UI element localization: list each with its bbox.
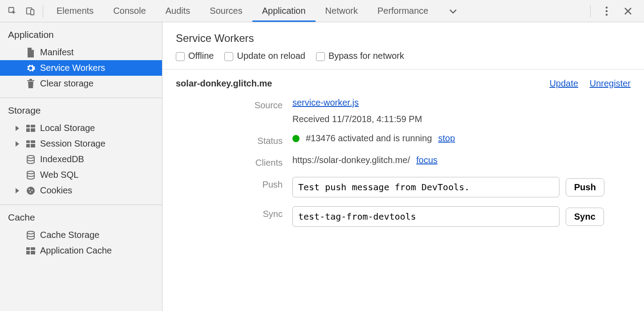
tab-elements[interactable]: Elements	[47, 0, 103, 22]
svg-point-16	[27, 187, 35, 195]
svg-rect-8	[26, 128, 30, 132]
svg-rect-22	[31, 247, 35, 250]
push-input[interactable]	[292, 177, 559, 197]
chevron-right-icon[interactable]	[15, 126, 21, 131]
sidebar-group-storage: Storage	[0, 98, 162, 120]
panel-tabs: Elements Console Audits Sources Applicat…	[47, 0, 587, 22]
service-workers-panel: Service Workers Offline Update on reload…	[162, 22, 644, 311]
sidebar-item-label: Cache Storage	[40, 230, 99, 240]
sidebar-item-service-workers[interactable]: Service Workers	[0, 60, 162, 76]
sidebar-item-clear-storage[interactable]: Clear storage	[0, 76, 162, 91]
sync-input[interactable]	[292, 206, 559, 227]
svg-rect-10	[26, 140, 30, 143]
chevron-right-icon[interactable]	[15, 141, 21, 147]
database-icon	[26, 231, 36, 240]
grid-icon	[26, 125, 36, 132]
sidebar-item-app-cache[interactable]: Application Cache	[0, 243, 162, 258]
gear-icon	[26, 63, 36, 73]
svg-point-18	[32, 189, 33, 191]
sidebar-item-label: Session Storage	[40, 139, 105, 149]
sidebar-item-label: Application Cache	[40, 246, 112, 256]
svg-rect-13	[31, 144, 35, 147]
svg-rect-23	[26, 251, 30, 254]
svg-rect-24	[31, 251, 35, 254]
update-link[interactable]: Update	[550, 78, 579, 88]
sw-client-url: https://solar-donkey.glitch.me/	[292, 155, 410, 165]
sync-button[interactable]: Sync	[566, 208, 604, 226]
focus-link[interactable]: focus	[416, 155, 437, 165]
svg-rect-6	[26, 125, 30, 127]
inspect-icon[interactable]	[4, 2, 21, 20]
sidebar-item-label: Web SQL	[40, 170, 78, 180]
svg-rect-2	[31, 9, 34, 15]
svg-point-4	[606, 10, 608, 12]
unregister-link[interactable]: Unregister	[590, 78, 631, 88]
grid-icon	[26, 247, 36, 254]
status-dot-icon	[292, 135, 300, 142]
source-label: Source	[176, 98, 283, 110]
trash-icon	[26, 79, 36, 89]
database-icon	[26, 171, 36, 180]
svg-rect-11	[31, 140, 35, 143]
kebab-menu-icon[interactable]	[598, 2, 616, 20]
status-label: Status	[176, 133, 283, 146]
sidebar-item-label: Service Workers	[40, 63, 105, 73]
sw-source-link[interactable]: service-worker.js	[292, 98, 359, 108]
database-icon	[26, 155, 36, 164]
svg-point-3	[606, 6, 608, 8]
separator	[590, 5, 591, 17]
separator	[43, 5, 43, 17]
offline-checkbox[interactable]: Offline	[176, 51, 214, 61]
sidebar-item-indexeddb[interactable]: IndexedDB	[0, 151, 162, 167]
application-sidebar: Application Manifest Service Workers Cle…	[0, 22, 162, 311]
devtools-tabbar: Elements Console Audits Sources Applicat…	[0, 0, 644, 22]
tab-audits[interactable]: Audits	[156, 0, 200, 22]
sidebar-item-session-storage[interactable]: Session Storage	[0, 136, 162, 151]
sw-received: Received 11/7/2018, 4:11:59 PM	[292, 114, 631, 124]
sidebar-item-label: Clear storage	[40, 78, 93, 89]
close-icon[interactable]	[619, 2, 637, 20]
tab-performance[interactable]: Performance	[368, 0, 438, 22]
svg-point-19	[30, 191, 31, 192]
svg-rect-9	[31, 128, 35, 132]
tab-sources[interactable]: Sources	[200, 0, 252, 22]
sidebar-item-cookies[interactable]: Cookies	[0, 183, 162, 198]
grid-icon	[26, 140, 36, 147]
file-icon	[26, 48, 36, 57]
svg-point-20	[27, 231, 34, 234]
tab-console[interactable]: Console	[103, 0, 155, 22]
tab-application[interactable]: Application	[252, 0, 316, 22]
clients-label: Clients	[176, 155, 283, 168]
sidebar-item-label: Manifest	[40, 47, 74, 57]
sidebar-group-application: Application	[0, 22, 162, 45]
tab-network[interactable]: Network	[316, 0, 368, 22]
svg-rect-21	[26, 247, 30, 250]
svg-point-14	[27, 156, 34, 158]
panel-title: Service Workers	[176, 32, 631, 45]
svg-rect-7	[31, 125, 35, 127]
sidebar-item-manifest[interactable]: Manifest	[0, 45, 162, 60]
sidebar-item-label: Cookies	[40, 185, 72, 196]
svg-point-17	[29, 188, 30, 190]
chevron-right-icon[interactable]	[15, 188, 21, 193]
sidebar-item-label: IndexedDB	[40, 154, 84, 164]
stop-link[interactable]: stop	[438, 133, 455, 143]
sync-label: Sync	[176, 206, 283, 219]
sw-origin: solar-donkey.glitch.me	[176, 78, 272, 89]
sidebar-group-cache: Cache	[0, 205, 162, 227]
sw-status-text: #13476 activated and is running	[306, 133, 432, 143]
more-tabs-icon[interactable]	[438, 0, 468, 22]
push-button[interactable]: Push	[566, 178, 604, 196]
bypass-checkbox[interactable]: Bypass for network	[316, 51, 404, 61]
sidebar-item-label: Local Storage	[40, 123, 95, 133]
svg-point-5	[606, 13, 608, 16]
sidebar-item-websql[interactable]: Web SQL	[0, 167, 162, 183]
update-on-reload-checkbox[interactable]: Update on reload	[224, 51, 305, 61]
push-label: Push	[176, 177, 283, 190]
svg-point-15	[27, 171, 34, 174]
svg-rect-12	[26, 144, 30, 147]
sidebar-item-cache-storage[interactable]: Cache Storage	[0, 227, 162, 243]
device-toggle-icon[interactable]	[21, 2, 39, 20]
cookie-icon	[26, 186, 36, 195]
sidebar-item-local-storage[interactable]: Local Storage	[0, 120, 162, 136]
